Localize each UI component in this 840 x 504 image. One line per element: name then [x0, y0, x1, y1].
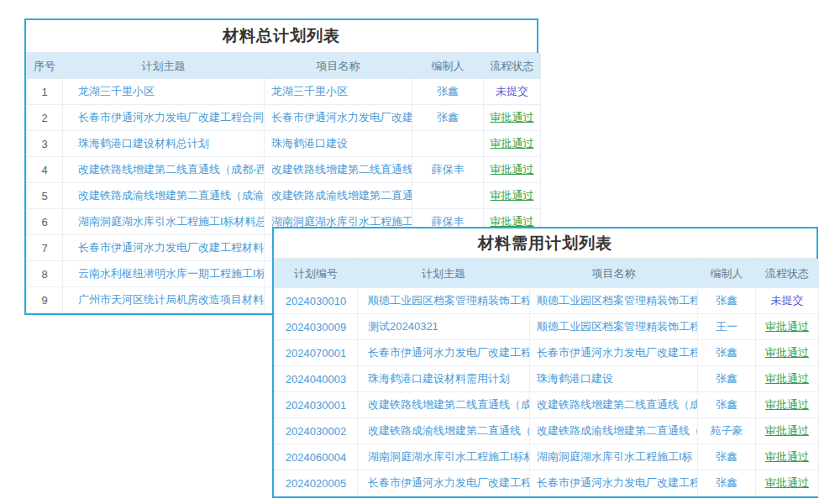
master-header-row: 序号 计划主题 项目名称 编制人 流程状态	[27, 54, 541, 79]
status-link[interactable]: 未提交	[484, 79, 541, 105]
row-seq: 8	[27, 261, 63, 287]
plan-number-link[interactable]: 2024020005	[275, 470, 358, 496]
project-name-link[interactable]: 改建铁路线增建第二线直通线（成都...	[530, 392, 698, 418]
status-link[interactable]: 审批通过	[756, 392, 819, 418]
author-name: 薛保丰	[412, 157, 484, 183]
table-row: 2024030001 改建铁路线增建第二线直通线（成都... 改建铁路线增建第二…	[275, 392, 819, 418]
row-seq: 9	[27, 287, 63, 313]
plan-subject-link[interactable]: 长春市伊通河水力发电厂改建工程材料总计划	[63, 235, 265, 261]
author-name: 张鑫	[698, 288, 756, 314]
project-name-link[interactable]: 湖南洞庭湖水库引水工程施工I标	[530, 444, 698, 470]
plan-subject-link[interactable]: 改建铁路线增建第二线直通线（成都...	[358, 392, 530, 418]
master-col-author: 编制人	[412, 54, 484, 79]
plan-subject-link[interactable]: 珠海鹤港口建设材料总计划	[63, 131, 265, 157]
plan-subject-link[interactable]: 改建铁路线增建第二线直通线（成都-西安）...	[63, 157, 265, 183]
project-name-link[interactable]: 改建铁路线增建第二线直通线（...	[265, 157, 412, 183]
demand-plan-panel: 材料需用计划列表 计划编号 计划主题 项目名称 编制人 流程状态 2024030…	[272, 227, 818, 498]
plan-subject-link[interactable]: 湖南洞庭湖水库引水工程施工I标材料总计划	[63, 209, 265, 235]
author-name: 张鑫	[698, 470, 756, 496]
status-link[interactable]: 未提交	[756, 288, 819, 314]
status-link[interactable]: 审批通过	[756, 418, 819, 444]
demand-plan-title: 材料需用计划列表	[274, 228, 816, 259]
project-name-link[interactable]: 珠海鹤港口建设	[265, 131, 412, 157]
status-link[interactable]: 审批通过	[756, 366, 819, 392]
row-seq: 1	[27, 79, 63, 105]
demand-col-project: 项目名称	[530, 260, 698, 288]
author-name: 张鑫	[412, 79, 484, 105]
author-name: 王一	[698, 314, 756, 340]
author-name: 张鑫	[698, 444, 756, 470]
status-link[interactable]: 审批通过	[756, 314, 819, 340]
demand-col-subject: 计划主题	[358, 260, 530, 288]
table-row: 2024030002 改建铁路成渝线增建第二直通线（成... 改建铁路成渝线增建…	[275, 418, 819, 444]
plan-number-link[interactable]: 2024070001	[275, 340, 358, 366]
plan-number-link[interactable]: 2024030009	[275, 314, 358, 340]
author-name: 张鑫	[412, 105, 484, 131]
plan-number-link[interactable]: 2024030010	[275, 288, 358, 314]
row-seq: 4	[27, 157, 63, 183]
project-name-link[interactable]: 改建铁路成渝线增建第二直通线（成...	[530, 418, 698, 444]
author-name: 张鑫	[698, 366, 756, 392]
status-link[interactable]: 审批通过	[484, 105, 541, 131]
plan-subject-link[interactable]: 珠海鹤港口建设材料需用计划	[358, 366, 530, 392]
project-name-link[interactable]: 珠海鹤港口建设	[530, 366, 698, 392]
plan-number-link[interactable]: 2024030001	[275, 392, 358, 418]
row-seq: 6	[27, 209, 63, 235]
plan-subject-link[interactable]: 顺德工业园区档案管理精装饰工程（...	[358, 288, 530, 314]
plan-subject-link[interactable]: 湖南洞庭湖水库引水工程施工I标材...	[358, 444, 530, 470]
master-plan-title: 材料总计划列表	[26, 20, 537, 53]
status-link[interactable]: 审批通过	[756, 444, 819, 470]
master-col-project: 项目名称	[265, 54, 412, 79]
plan-subject-link[interactable]: 改建铁路成渝线增建第二直通线（成...	[358, 418, 530, 444]
demand-col-status: 流程状态	[756, 260, 819, 288]
project-name-link[interactable]: 长春市伊通河水力发电厂改建工程	[265, 105, 412, 131]
table-row: 5 改建铁路成渝线增建第二直通线（成渝枢纽... 改建铁路成渝线增建第二直通线.…	[27, 183, 541, 209]
project-name-link[interactable]: 改建铁路成渝线增建第二直通线...	[265, 183, 412, 209]
status-link[interactable]: 审批通过	[756, 470, 819, 496]
table-row: 2 长春市伊通河水力发电厂改建工程合同材料... 长春市伊通河水力发电厂改建工程…	[27, 105, 541, 131]
master-col-seq: 序号	[27, 54, 63, 79]
master-col-status: 流程状态	[484, 54, 541, 79]
project-name-link[interactable]: 顺德工业园区档案管理精装饰工程（...	[530, 314, 698, 340]
plan-subject-link[interactable]: 云南水利枢纽潜明水库一期工程施工I标材料...	[63, 261, 265, 287]
plan-number-link[interactable]: 2024040003	[275, 366, 358, 392]
project-name-link[interactable]: 顺德工业园区档案管理精装饰工程（...	[530, 288, 698, 314]
author-name: 张鑫	[698, 392, 756, 418]
demand-col-plan-no: 计划编号	[275, 260, 358, 288]
plan-subject-link[interactable]: 长春市伊通河水力发电厂改建工程材...	[358, 470, 530, 496]
master-col-subject: 计划主题	[63, 54, 265, 79]
plan-subject-link[interactable]: 龙湖三千里小区	[63, 79, 265, 105]
author-name: 苑子豪	[698, 418, 756, 444]
status-link[interactable]: 审批通过	[484, 131, 541, 157]
status-link[interactable]: 审批通过	[484, 157, 541, 183]
table-row: 2024030009 测试20240321 顺德工业园区档案管理精装饰工程（..…	[275, 314, 819, 340]
demand-col-author: 编制人	[698, 260, 756, 288]
plan-subject-link[interactable]: 广州市天河区统计局机房改造项目材料总计划	[63, 287, 265, 313]
project-name-link[interactable]: 长春市伊通河水力发电厂改建工程	[530, 470, 698, 496]
row-seq: 2	[27, 105, 63, 131]
row-seq: 7	[27, 235, 63, 261]
plan-number-link[interactable]: 2024060004	[275, 444, 358, 470]
project-name-link[interactable]: 龙湖三千里小区	[265, 79, 412, 105]
row-seq: 5	[27, 183, 63, 209]
demand-plan-table: 计划编号 计划主题 项目名称 编制人 流程状态 2024030010 顺德工业园…	[274, 259, 819, 496]
table-row: 4 改建铁路线增建第二线直通线（成都-西安）... 改建铁路线增建第二线直通线（…	[27, 157, 541, 183]
table-row: 2024040003 珠海鹤港口建设材料需用计划 珠海鹤港口建设 张鑫 审批通过	[275, 366, 819, 392]
project-name-link[interactable]: 长春市伊通河水力发电厂改建工程	[530, 340, 698, 366]
table-row: 2024070001 长春市伊通河水力发电厂改建工程合... 长春市伊通河水力发…	[275, 340, 819, 366]
plan-subject-link[interactable]: 改建铁路成渝线增建第二直通线（成渝枢纽...	[63, 183, 265, 209]
table-row: 2024020005 长春市伊通河水力发电厂改建工程材... 长春市伊通河水力发…	[275, 470, 819, 496]
author-name	[412, 131, 484, 157]
table-row: 3 珠海鹤港口建设材料总计划 珠海鹤港口建设 审批通过	[27, 131, 541, 157]
demand-header-row: 计划编号 计划主题 项目名称 编制人 流程状态	[275, 260, 819, 288]
status-link[interactable]: 审批通过	[484, 183, 541, 209]
plan-subject-link[interactable]: 长春市伊通河水力发电厂改建工程合同材料...	[63, 105, 265, 131]
plan-subject-link[interactable]: 长春市伊通河水力发电厂改建工程合...	[358, 340, 530, 366]
status-link[interactable]: 审批通过	[756, 340, 819, 366]
author-name: 张鑫	[698, 340, 756, 366]
plan-subject-link[interactable]: 测试20240321	[358, 314, 530, 340]
plan-number-link[interactable]: 2024030002	[275, 418, 358, 444]
author-name	[412, 183, 484, 209]
table-row: 2024060004 湖南洞庭湖水库引水工程施工I标材... 湖南洞庭湖水库引水…	[275, 444, 819, 470]
table-row: 2024030010 顺德工业园区档案管理精装饰工程（... 顺德工业园区档案管…	[275, 288, 819, 314]
